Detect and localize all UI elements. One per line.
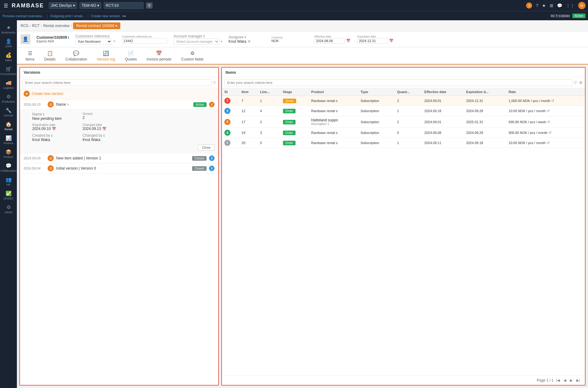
filter-icon[interactable]: ▽ [213, 80, 216, 85]
breadcrumb-rental-overview[interactable]: Rental overview [43, 24, 69, 28]
effective-date-field: Effective date 📅 [314, 35, 351, 44]
breadcrumb-rcs[interactable]: RCS [21, 24, 28, 28]
calendar-icon[interactable]: 📅 [389, 39, 393, 43]
version-list-icon-2[interactable]: ☰ [48, 155, 54, 161]
changed-date-label: Changed date [83, 123, 126, 127]
refresh-icon[interactable]: ↺ [551, 99, 554, 103]
prev-page-button[interactable]: ◀ [562, 378, 567, 383]
changed-date-field: Changed date 2024.09.13 📅 [83, 123, 126, 131]
account-manager-select[interactable]: Select account manager [173, 38, 219, 45]
tab-items[interactable]: ☰ Items [21, 48, 39, 65]
sidebar-item-product[interactable]: 📦 Product [0, 147, 17, 160]
info-icon[interactable]: ℹ [203, 34, 205, 38]
table-row[interactable]: 3 12 4 Order Rambase rental s Subscripti… [222, 106, 585, 116]
grid-icon[interactable]: ⊞ [550, 3, 553, 8]
row-effective-date: 2024.09.18 [422, 106, 464, 116]
table-row[interactable]: 6 17 2 Order Hatteland suppo Description… [222, 116, 585, 128]
customers-ref-value: Kari Nordmann ✎ [75, 38, 116, 45]
star-icon[interactable]: ★ [542, 3, 546, 8]
sidebar-item-procurement[interactable]: 🛒 Procurement [0, 64, 17, 77]
company-selector[interactable]: JHC DevSys ▾ [49, 2, 77, 9]
version-list-icon-1[interactable]: ☰ [48, 101, 54, 108]
calendar-icon[interactable]: 📅 [346, 39, 350, 43]
version-header-3[interactable]: 2024.09.04 ☰ Initial version | Version 0… [20, 163, 218, 173]
sidebar-item-sales[interactable]: 💰 Sales [0, 50, 17, 64]
row-type: Subscription [358, 106, 395, 116]
sidebar-item-hr[interactable]: 👥 HR [0, 175, 17, 188]
create-new-version-button[interactable]: + Create new version [20, 88, 218, 100]
sidebar-item-logistics[interactable]: 🚚 Logistics [0, 78, 17, 91]
version-header-1[interactable]: 2024.09.10 ☰ Name ✎ Active 4 [20, 100, 218, 109]
sidebar-item-crm[interactable]: 👤 CRM [0, 37, 17, 50]
first-page-button[interactable]: |◀ [555, 378, 561, 383]
refresh-icon[interactable]: ↺ [547, 141, 550, 145]
tab-version-log-label: Version log [97, 57, 115, 61]
top-navbar: ☰ RAMBASE JHC DevSys ▾ TEM-NO ▾ ⚲ 3 ? ★ … [0, 0, 588, 11]
info-icon[interactable]: ℹ [68, 36, 69, 39]
avatar[interactable]: U [578, 2, 586, 9]
create-new-version-link[interactable]: Create new version [91, 14, 120, 18]
edit-icon[interactable]: ✎ [113, 40, 116, 43]
version-item-1: 2024.09.10 ☰ Name ✎ Active 4 Name ℹ N [20, 100, 218, 153]
settings-icon[interactable]: ⚙ [579, 80, 582, 85]
breadcrumb-current[interactable]: Rental contract 100690 ▾ [73, 22, 120, 29]
preview-contract-link[interactable]: Preview contract overview... [2, 14, 44, 18]
sidebar-item-qhses[interactable]: ✅ QHSES [0, 189, 17, 202]
apps-icon[interactable]: ⋮⋮ [566, 3, 574, 8]
tem-selector[interactable]: TEM-NO ▾ [79, 2, 101, 9]
version-name-3: Initial version | Version 0 [56, 166, 190, 170]
version-list-icon-3[interactable]: ☰ [48, 165, 54, 171]
version-header-2[interactable]: 2024.09.04 ☰ New item added | Version 1 … [20, 153, 218, 163]
info-icon[interactable]: ℹ [245, 35, 246, 39]
sidebar-item-rental[interactable]: 🏠 Rental [0, 120, 17, 133]
refresh-icon[interactable]: ↺ [547, 109, 550, 113]
more-options-icon[interactable]: ••• [122, 14, 126, 18]
breadcrumb-rct[interactable]: RCT [32, 24, 40, 28]
versions-search-input[interactable] [22, 79, 212, 86]
customers-ref-select[interactable]: Kari Nordmann [75, 38, 112, 45]
calendar-icon[interactable]: 📅 [52, 127, 56, 131]
clear-assignee-button[interactable]: ✕ [248, 39, 251, 44]
expiration-date-input[interactable] [357, 38, 388, 44]
chat-icon[interactable]: 💬 [557, 3, 562, 8]
tab-collaboration[interactable]: 💬 Collaboration [60, 48, 92, 65]
refresh-icon[interactable]: ↺ [547, 120, 550, 124]
edit-version-icon[interactable]: ✎ [67, 103, 69, 106]
table-row[interactable]: 7 7 1 Quote Rambase rental s Subscriptio… [222, 96, 585, 106]
close-version-button[interactable]: Close [198, 144, 215, 151]
tab-quotes[interactable]: 📄 Quotes [120, 48, 142, 65]
sidebar-item-admin[interactable]: ⚙ Admin [0, 202, 17, 216]
pagination: Page 1 / 1 |◀ ◀ ▶ ▶| [222, 375, 585, 385]
items-search-input[interactable] [224, 79, 573, 86]
table-row[interactable]: 1 20 5 Order Rambase rental s Subscripti… [222, 138, 585, 148]
customer-id[interactable]: Customer/102609 ℹ [37, 35, 69, 40]
rct-input[interactable] [104, 2, 144, 9]
help-icon[interactable]: ? [536, 3, 538, 8]
menu-icon[interactable]: ☰ [2, 2, 9, 10]
next-page-button[interactable]: ▶ [569, 378, 574, 383]
tab-custom-fields[interactable]: ⚙ Custom fields [176, 48, 209, 65]
sidebar-item-production[interactable]: ⚙ Production [0, 92, 17, 105]
effective-date-input[interactable] [314, 38, 345, 44]
sidebar-item-collaboration[interactable]: 💬 Collaboration [0, 161, 17, 174]
calendar-icon[interactable]: 📅 [102, 127, 106, 131]
search-button[interactable]: ⚲ [146, 2, 153, 9]
tab-details[interactable]: 📋 Details [39, 48, 60, 65]
outgoing-print-link[interactable]: Outgoing print / email... [50, 14, 85, 18]
filter-icon[interactable]: ▽ [574, 80, 577, 85]
assignee-value: Knut Waka ✕ [228, 39, 265, 44]
tab-version-log[interactable]: 🔄 Version log [92, 48, 120, 65]
info-icon[interactable]: ℹ [43, 113, 44, 116]
info-icon[interactable]: ℹ [51, 134, 52, 137]
sidebar-item-bookmarks[interactable]: ★ Bookmarks [0, 23, 17, 36]
last-page-button[interactable]: ▶| [575, 378, 581, 383]
sidebar-item-service[interactable]: 🔧 Service [0, 106, 17, 119]
row-type: Subscription [358, 138, 395, 148]
tab-invoice-periods[interactable]: 📅 Invoice periods [142, 48, 176, 65]
sidebar-item-finance[interactable]: 📊 Finance [0, 133, 17, 147]
notification-icon[interactable]: 3 [526, 2, 532, 9]
refresh-icon[interactable]: ↺ [548, 131, 551, 135]
customers-ref-no-input[interactable] [122, 38, 167, 44]
info-icon[interactable]: ℹ [103, 134, 105, 137]
table-row[interactable]: 4 19 3 Order Rambase rental s Subscripti… [222, 128, 585, 138]
